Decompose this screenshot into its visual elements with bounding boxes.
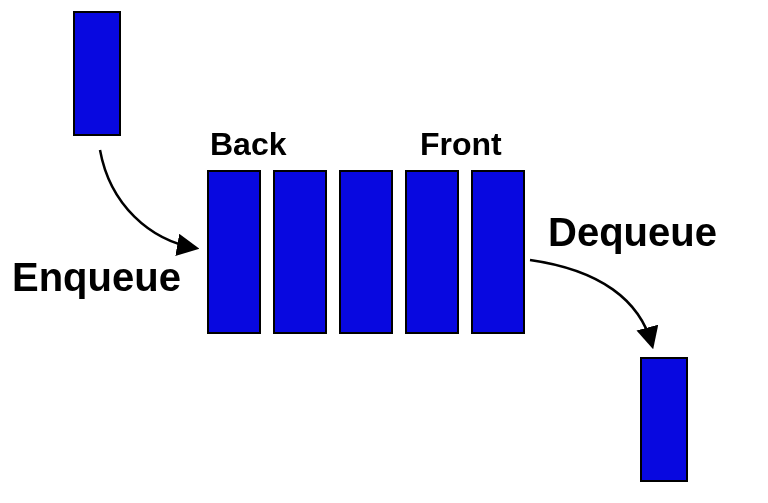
dequeue-arrow-icon [530,260,652,345]
queue-slot [339,170,393,334]
enqueue-label: Enqueue [12,255,181,300]
queue-slot-front [471,170,525,334]
outgoing-block [640,357,688,482]
enqueue-arrow-icon [100,150,195,248]
front-label: Front [420,126,502,163]
dequeue-label: Dequeue [548,210,717,255]
queue-slot [273,170,327,334]
queue-slot-back [207,170,261,334]
incoming-block [73,11,121,136]
queue-diagram: Back Front Enqueue Dequeue [0,0,768,503]
back-label: Back [210,126,287,163]
queue-slot [405,170,459,334]
